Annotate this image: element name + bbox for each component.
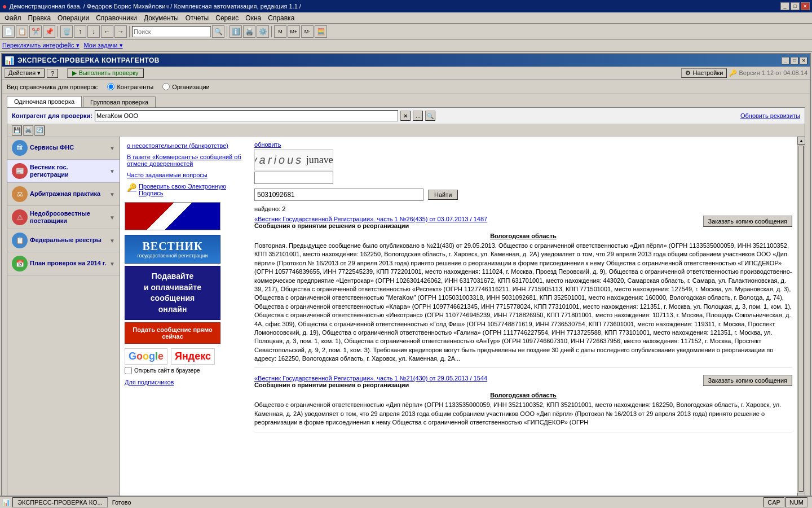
close-button[interactable]: ✕ [801,2,810,10]
kontragent-search-btn[interactable]: 🔍 [425,111,435,121]
result-1-link[interactable]: «Вестник Государственной Регистрации». ч… [254,216,487,222]
kontragent-row: Контрагент для проверки: ✕ … 🔍 Обновить … [7,108,805,124]
menu-bar: Файл Правка Операции Справочники Докумен… [0,12,812,24]
toolbar-copy[interactable]: 📋 [16,25,28,38]
window-maximize[interactable]: □ [791,57,798,64]
left-menu-arbitrage[interactable]: ⚖ Арбитражная практика ▼ [7,183,120,206]
menu-documents[interactable]: Документы [140,13,182,23]
scrollbar[interactable]: ▲ ▼ [797,137,805,501]
panels: 🏛 Сервисы ФНС ▼ 📰 Вестник гос. регистрац… [7,137,805,501]
result-2-link[interactable]: «Вестник Государственной Регистрации». ч… [254,375,487,382]
actions-button[interactable]: Действия ▾ [5,68,45,78]
radio-kontragenty[interactable]: Контрагенты [107,83,153,90]
bottom-task[interactable]: ЭКСПРЕСС-ПРОВЕРКА КО... [12,497,108,507]
kontragent-input[interactable] [95,110,398,121]
nav-switch-interface[interactable]: Переключить интерфейс ▾ [2,42,80,49]
post-btn[interactable]: Подать сообщение прямо сейчас [125,322,220,344]
menu-windows[interactable]: Окна [242,13,264,23]
toolbar-print[interactable]: 🖨️ [243,25,255,38]
radio-organizations-input[interactable] [162,83,170,90]
for-subscribers[interactable]: Для подписчиков [125,379,249,386]
open-site-checkbox[interactable] [125,367,132,374]
settings-button[interactable]: ⚙ Настройки [681,68,727,78]
main-web-content: обновить various junavel Найт [254,141,792,432]
window-minimize[interactable]: _ [782,57,789,64]
icon-refresh[interactable]: 🔄 [34,125,45,135]
cta-text4: онлайн [130,304,215,316]
maximize-button[interactable]: □ [791,2,800,10]
yandex-logo: Яндекс [171,348,215,365]
update-link[interactable]: Обновить реквизиты [740,112,800,119]
toolbar-forward[interactable]: → [114,25,127,38]
order-btn-1[interactable]: Заказать копию сообщения [703,216,792,227]
toolbar-cut[interactable]: ✂️ [29,25,42,38]
menu-edit[interactable]: Правка [25,13,55,23]
kontragent-clear-btn[interactable]: ✕ [400,111,411,121]
menu-help[interactable]: Справка [264,13,298,23]
help-button[interactable]: ? [47,69,58,78]
toolbar-settings[interactable]: ⚙️ [257,25,269,38]
refresh-link[interactable]: обновить [254,141,333,148]
left-menu-unfair-icon: ⚠ [12,209,28,225]
toolbar-back[interactable]: ← [101,25,113,38]
web-link-faq[interactable]: Часто задаваемые вопросы [125,170,249,179]
find-button[interactable]: Найти [428,190,458,200]
search-input-web[interactable] [254,189,423,201]
left-menu-unfair-arrow: ▼ [109,214,115,221]
toolbar-info[interactable]: ℹ️ [230,25,242,38]
scroll-up-btn[interactable]: ▲ [797,137,805,144]
menu-operations[interactable]: Операции [54,13,92,23]
cap-indicator: CAP [764,497,784,507]
menu-service[interactable]: Сервис [212,13,242,23]
left-menu-registers-text: Федеральные реестры [30,237,107,244]
toolbar-arrow-down[interactable]: ↓ [87,25,100,38]
toolbar-calc[interactable]: 🧮 [315,25,327,38]
left-menu-registers-icon: 📋 [12,233,28,248]
kontragent-dots-btn[interactable]: … [413,111,423,121]
web-content[interactable]: о несостоятельности (банкротстве) В газе… [120,137,797,501]
left-menu-registers[interactable]: 📋 Федеральные реестры ▼ [7,229,120,252]
left-menu-arbitrage-icon: ⚖ [12,186,28,202]
toolbar-paste[interactable]: 📌 [43,25,55,38]
left-menu-vestnik[interactable]: 📰 Вестник гос. регистрации ▼ [7,160,120,183]
toolbar-mm3[interactable]: M- [301,25,314,38]
toolbar-delete[interactable]: 🗑️ [60,25,73,38]
radio-organizations[interactable]: Организации [162,83,210,90]
order-btn-2[interactable]: Заказать копию сообщения [703,375,792,386]
left-menu-unfair[interactable]: ⚠ Недобросовестные поставщики ▼ [7,206,120,229]
nav-my-tasks[interactable]: Мои задачи ▾ [84,42,123,49]
menu-references[interactable]: Справочники [92,13,140,23]
scroll-thumb[interactable] [798,146,804,492]
tab-group[interactable]: Групповая проверка [83,97,156,107]
search-area: Найти [254,189,792,201]
menu-reports[interactable]: Отчеты [182,13,212,23]
toolbar-mm[interactable]: M [274,25,286,38]
left-menu-fns-text: Сервисы ФНС [30,144,107,151]
tab-single[interactable]: Одиночная проверка [7,96,82,107]
toolbar-new[interactable]: 📄 [2,25,15,38]
toolbar-mm2[interactable]: M+ [288,25,300,38]
web-link-bankruptcy[interactable]: о несостоятельности (банкротстве) [125,141,249,150]
left-menu-fns[interactable]: 🏛 Сервисы ФНС ▼ [7,137,120,160]
run-check-button[interactable]: ▶ Выполнить проверку [67,68,143,78]
bottom-icon: 📊 [2,499,10,506]
web-link-kommersant[interactable]: В газете «Коммерсантъ» сообщений об отме… [125,152,249,168]
menu-file[interactable]: Файл [1,13,25,23]
left-menu-registers-arrow: ▼ [109,238,115,244]
toolbar-search-btn[interactable]: 🔍 [212,25,224,38]
icon-print[interactable]: 🖨️ [23,125,33,135]
radio-row: Вид справочника для проверок: Контрагент… [2,80,810,94]
main-window: 📊 ЭКСПРЕСС-ПРОВЕРКА КОНТРАГЕНТОВ _ □ ✕ Д… [1,53,811,505]
radio-kontragenty-input[interactable] [107,83,114,90]
web-link-ep[interactable]: 🔑 Проверить свою Электронную Подпись [125,182,249,198]
captcha-input[interactable] [254,172,333,184]
result-1-header: «Вестник Государственной Регистрации». ч… [254,216,792,230]
left-menu-fns-arrow: ▼ [109,145,115,151]
toolbar-arrow-up[interactable]: ↑ [74,25,86,38]
icon-save[interactable]: 💾 [12,125,22,135]
window-close[interactable]: ✕ [800,57,807,64]
minimize-button[interactable]: _ [780,2,789,10]
left-menu-plan[interactable]: 📅 План проверок на 2014 г. ▼ [7,252,120,275]
toolbar-search-input[interactable] [132,26,211,37]
result-1-region: Вологодская область [254,233,792,239]
